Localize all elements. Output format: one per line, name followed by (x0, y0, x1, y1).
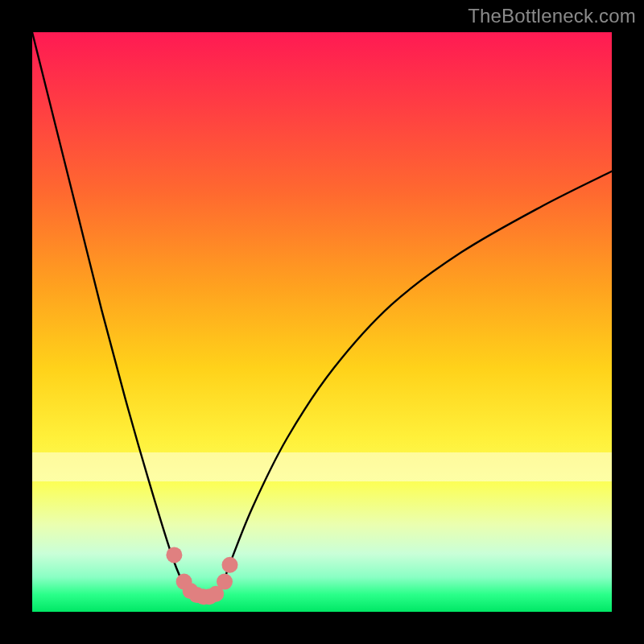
chart-frame: TheBottleneck.com (0, 0, 644, 644)
curve-svg (32, 32, 612, 612)
dip-dot (166, 547, 182, 563)
dip-dot (222, 557, 238, 573)
plot-area (32, 32, 612, 612)
bottleneck-curve (32, 32, 612, 597)
dip-dot (217, 574, 233, 590)
watermark-text: TheBottleneck.com (468, 5, 636, 27)
dip-markers (166, 547, 237, 605)
